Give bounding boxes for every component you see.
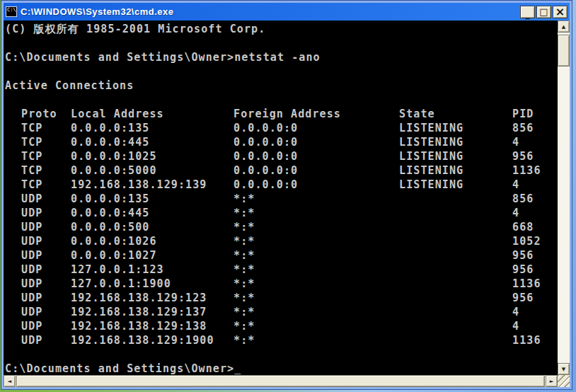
table-cell: LISTENING (399, 121, 512, 135)
table-cell: UDP (21, 220, 71, 234)
table-header: Proto Local Address Foreign Address Stat… (5, 107, 558, 121)
vertical-scroll-thumb[interactable] (558, 35, 570, 67)
table-cell: *:* (234, 263, 399, 277)
table-cell: TCP (21, 121, 71, 135)
table-cell: 4 (512, 305, 558, 319)
scroll-right-button[interactable]: ► (546, 375, 558, 387)
scroll-left-button[interactable]: ◄ (4, 375, 16, 387)
table-cell: 0.0.0.0:500 (71, 220, 234, 234)
horizontal-scroll-track[interactable] (16, 375, 546, 387)
table-row: UDP192.168.138.129:123*:*956 (5, 291, 558, 305)
table-cell: 127.0.0.1:123 (71, 263, 234, 277)
table-cell: 0.0.0.0:445 (71, 135, 234, 149)
table-row: UDP0.0.0.0:1027*:*956 (5, 248, 558, 263)
table-cell: TCP (21, 163, 71, 178)
header-foreign: Foreign Address (234, 107, 399, 121)
table-cell: UDP (21, 305, 71, 319)
table-cell: 1136 (512, 333, 558, 347)
table-cell: UDP (21, 277, 71, 291)
table-cell: 0.0.0.0:1027 (71, 248, 234, 263)
cmd-window: C:\ C:\WINDOWS\System32\cmd.exe _ □ × (C… (1, 1, 572, 389)
table-row: UDP0.0.0.0:500*:*668 (5, 220, 558, 234)
table-row: UDP0.0.0.0:445*:*4 (5, 206, 558, 220)
header-proto: Proto (21, 107, 71, 121)
table-cell: 956 (512, 291, 558, 305)
table-cell: *:* (234, 248, 399, 263)
table-cell: LISTENING (399, 149, 512, 163)
header-local: Local Address (71, 107, 234, 121)
table-cell: 0.0.0.0:135 (71, 192, 234, 206)
vertical-scroll-track[interactable] (558, 33, 570, 363)
title-bar[interactable]: C:\ C:\WINDOWS\System32\cmd.exe _ □ × (4, 3, 570, 21)
table-cell: *:* (234, 192, 399, 206)
maximize-button[interactable]: □ (536, 6, 551, 18)
table-cell: 0.0.0.0:445 (71, 206, 234, 220)
arrow-right-icon: ► (550, 379, 553, 384)
close-button[interactable]: × (553, 6, 568, 18)
minimize-icon: _ (526, 12, 530, 16)
blank-line (5, 347, 558, 362)
table-cell: UDP (21, 206, 71, 220)
maximize-icon: □ (539, 7, 548, 16)
section-title: Active Connections (5, 79, 558, 93)
table-cell (399, 220, 512, 234)
table-row: UDP0.0.0.0:1026*:*1052 (5, 234, 558, 248)
window-title: C:\WINDOWS\System32\cmd.exe (21, 6, 520, 17)
table-cell (399, 291, 512, 305)
table-cell (399, 333, 512, 347)
table-cell: 0.0.0.0:0 (234, 149, 399, 163)
scroll-up-button[interactable]: ▲ (558, 21, 570, 33)
arrow-down-icon: ▼ (562, 367, 565, 372)
table-cell: 0.0.0.0:0 (234, 163, 399, 178)
text-cursor: _ (234, 362, 241, 375)
table-cell: 0.0.0.0:135 (71, 121, 234, 135)
table-cell: 856 (512, 121, 558, 135)
minimize-button[interactable]: _ (520, 6, 535, 18)
table-cell: *:* (234, 319, 399, 333)
table-row: TCP192.168.138.129:1390.0.0.0:0LISTENING… (5, 178, 558, 192)
table-cell: TCP (21, 178, 71, 192)
table-cell: 4 (512, 135, 558, 149)
table-cell: 0.0.0.0:0 (234, 121, 399, 135)
table-cell: LISTENING (399, 135, 512, 149)
table-cell: 192.168.138.129:137 (71, 305, 234, 319)
header-state: State (399, 107, 512, 121)
resize-grip[interactable] (558, 375, 570, 387)
table-cell: 192.168.138.129:123 (71, 291, 234, 305)
table-cell: 0.0.0.0:1026 (71, 234, 234, 248)
table-cell: *:* (234, 333, 399, 347)
table-cell (399, 319, 512, 333)
table-cell: 0.0.0.0:1025 (71, 149, 234, 163)
table-row: TCP0.0.0.0:4450.0.0.0:0LISTENING4 (5, 135, 558, 149)
arrow-left-icon: ◄ (8, 379, 11, 384)
table-cell: UDP (21, 234, 71, 248)
command-line: C:\Documents and Settings\Owner>netstat … (5, 50, 558, 64)
table-cell: LISTENING (399, 178, 512, 192)
window-controls: _ □ × (520, 6, 568, 18)
table-cell: *:* (234, 305, 399, 319)
table-cell: 0.0.0.0:0 (234, 178, 399, 192)
horizontal-scroll-thumb[interactable] (16, 375, 545, 387)
prompt-text: C:\Documents and Settings\Owner> (5, 362, 234, 375)
table-cell: 956 (512, 263, 558, 277)
horizontal-scrollbar: ◄ ► (4, 375, 558, 387)
table-cell: 1052 (512, 234, 558, 248)
table-cell: *:* (234, 234, 399, 248)
table-cell: UDP (21, 319, 71, 333)
blank-line (5, 64, 558, 79)
table-cell: UDP (21, 248, 71, 263)
table-cell: 856 (512, 192, 558, 206)
table-cell: UDP (21, 263, 71, 277)
scroll-down-button[interactable]: ▼ (558, 363, 570, 375)
table-cell: *:* (234, 291, 399, 305)
table-cell: 192.168.138.129:138 (71, 319, 234, 333)
table-row: UDP192.168.138.129:137*:*4 (5, 305, 558, 319)
prompt-line: C:\Documents and Settings\Owner>_ (5, 362, 558, 375)
table-row: TCP0.0.0.0:10250.0.0.0:0LISTENING956 (5, 149, 558, 163)
close-icon: × (555, 7, 565, 17)
console-output[interactable]: (C) 版权所有 1985-2001 Microsoft Corp. C:\Do… (4, 21, 558, 375)
table-cell: 0.0.0.0:5000 (71, 163, 234, 178)
blank-line (5, 36, 558, 50)
table-cell: 4 (512, 319, 558, 333)
table-cell: LISTENING (399, 163, 512, 178)
